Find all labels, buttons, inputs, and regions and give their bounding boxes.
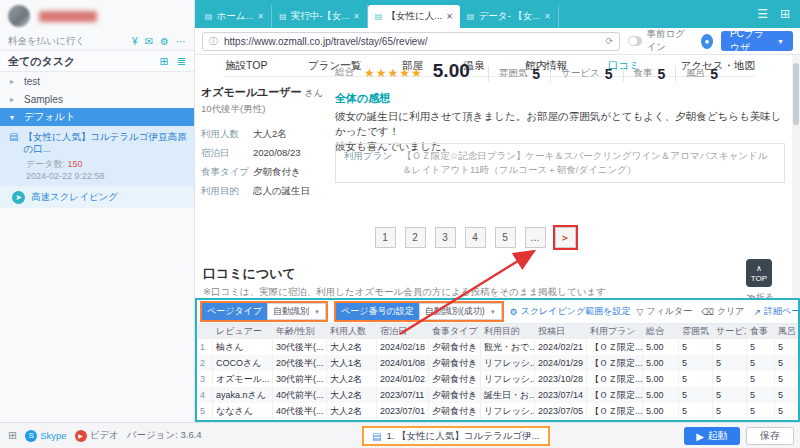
table-cell[interactable]: 大人1名 (327, 355, 377, 371)
column-header[interactable]: レビュアー (213, 324, 273, 339)
table-cell[interactable]: 【ＯＺ限定... (587, 403, 643, 419)
data-count-value[interactable]: 150 (67, 159, 82, 169)
close-icon[interactable]: ✕ (446, 12, 453, 21)
column-header[interactable]: 利用プラン (587, 324, 643, 339)
table-cell[interactable]: 2023/07/14 (535, 387, 587, 403)
table-cell[interactable]: 5.00 (643, 339, 679, 355)
pagination-next-button[interactable]: ＞ (555, 227, 576, 248)
browser-tab[interactable]: ▤データ- 【女...✕ (460, 5, 559, 28)
user-avatar[interactable] (8, 5, 30, 27)
table-cell[interactable]: 5 (679, 403, 713, 419)
table-cell[interactable]: 5 (747, 371, 775, 387)
config-action-button[interactable]: ⌫クリア (701, 305, 744, 318)
table-cell[interactable]: オズモール... (213, 371, 273, 387)
table-cell[interactable]: リフレッシ... (481, 355, 535, 371)
table-cell[interactable]: 柚さん (213, 339, 273, 355)
column-header[interactable]: 利用目的 (481, 324, 535, 339)
table-cell[interactable]: 5 (713, 371, 747, 387)
table-cell[interactable]: 夕朝食付き (429, 339, 481, 355)
table-cell[interactable]: 誕生日・お... (481, 387, 535, 403)
table-cell[interactable]: 【ＯＺ限定... (587, 339, 643, 355)
table-cell[interactable]: 5 (713, 339, 747, 355)
skype-link[interactable]: S Skype (25, 430, 66, 442)
mail-icon[interactable]: ✉ (145, 36, 153, 47)
refresh-icon[interactable]: ⟳ (605, 36, 613, 46)
browser-scrollbar[interactable] (792, 55, 800, 298)
pagination-button[interactable]: 5 (495, 227, 516, 248)
table-cell[interactable]: 2024/01/08 (377, 355, 429, 371)
payment-icon[interactable]: ¥ (132, 36, 138, 47)
table-row[interactable]: 5ななさん40代後半(...大人2名2023/07/01夕朝食付きリフレッシ..… (197, 403, 798, 419)
table-cell[interactable]: 5 (775, 355, 798, 371)
column-header[interactable]: 利用人数 (327, 324, 377, 339)
table-cell[interactable]: 5 (775, 387, 798, 403)
table-cell[interactable]: 夕朝食付き (429, 403, 481, 419)
table-cell[interactable]: 40代前半(... (273, 387, 327, 403)
browser-tab[interactable]: ▤【女性に人...✕ (368, 5, 460, 28)
pagination-button[interactable]: 2 (405, 227, 426, 248)
hamburger-menu-icon[interactable]: ☰ (757, 7, 768, 21)
table-cell[interactable]: 5 (747, 387, 775, 403)
config-action-button[interactable]: ▽フィルター (636, 305, 692, 318)
task-title[interactable]: 【女性に人気】コルテラルゴ伊豆高原の口... (23, 131, 188, 155)
table-cell[interactable]: 【ＯＺ限定... (587, 355, 643, 371)
page-number-select[interactable]: 自動識別(成功) ▼ (419, 303, 502, 320)
pagination-button[interactable]: … (525, 227, 546, 248)
table-cell[interactable]: 5.00 (643, 355, 679, 371)
pagination-button[interactable]: 1 (375, 227, 396, 248)
config-action-button[interactable]: ↗詳細ページに行く (754, 305, 798, 318)
launch-button[interactable]: ▶ 起動 (684, 427, 740, 445)
table-cell[interactable]: 2023/07/11 (377, 387, 429, 403)
speed-scraping-label[interactable]: 高速スクレイピング (31, 191, 118, 204)
column-header[interactable]: サービス (713, 324, 747, 339)
pagination-button[interactable]: 3 (435, 227, 456, 248)
more-icon[interactable]: ⋯ (176, 36, 186, 47)
table-cell[interactable]: COCOさん (213, 355, 273, 371)
table-cell[interactable]: 30代後半(... (273, 339, 327, 355)
task-group-item[interactable]: ▸test (0, 72, 194, 90)
table-cell[interactable]: 20代後半(... (273, 355, 327, 371)
task-group-item[interactable]: ▸Samples (0, 90, 194, 108)
pagination-button[interactable]: 4 (465, 227, 486, 248)
table-cell[interactable]: 5 (747, 339, 775, 355)
table-cell[interactable]: 2024/02/18 (377, 339, 429, 355)
column-header[interactable]: 風呂 (775, 324, 798, 339)
table-cell[interactable]: 大人2名 (327, 339, 377, 355)
table-cell[interactable]: 5 (679, 339, 713, 355)
table-row[interactable]: 1柚さん30代後半(...大人2名2024/02/18夕朝食付き観光・おで...… (197, 339, 798, 355)
apps-grid-icon[interactable]: ⊞ (780, 7, 790, 21)
prelogin-toggle[interactable] (628, 36, 642, 46)
table-cell[interactable]: 大人2名 (327, 387, 377, 403)
table-cell[interactable]: 2024/01/29 (535, 355, 587, 371)
table-cell[interactable]: 2024/02/21 (535, 339, 587, 355)
browser-tab[interactable]: ▤実行中-【女...✕ (272, 5, 368, 28)
table-cell[interactable]: 観光・おで... (481, 339, 535, 355)
pc-browser-dropdown[interactable]: PCブラウザ ▼ (721, 31, 793, 51)
table-cell[interactable]: 5.00 (643, 403, 679, 419)
fold-panel-link[interactable]: ≫折る (746, 291, 774, 298)
page-type-select[interactable]: 自動識別 ▼ (267, 303, 326, 320)
url-text[interactable]: https://www.ozmall.co.jp/travel/stay/65/… (224, 36, 599, 47)
settings-icon[interactable]: ⚙ (160, 36, 169, 47)
table-cell[interactable]: ななさん (213, 403, 273, 419)
table-cell[interactable]: 5 (775, 339, 798, 355)
account-avatar-icon[interactable]: ● (701, 34, 713, 49)
column-header[interactable]: 総合 (643, 324, 679, 339)
column-header[interactable]: 宿泊日 (377, 324, 429, 339)
column-header[interactable]: 投稿日 (535, 324, 587, 339)
table-cell[interactable]: 【ＯＺ限定... (587, 387, 643, 403)
table-cell[interactable]: 5 (747, 355, 775, 371)
table-cell[interactable]: 5.00 (643, 371, 679, 387)
column-header[interactable]: 食事 (747, 324, 775, 339)
table-cell[interactable]: 5 (679, 387, 713, 403)
close-icon[interactable]: ✕ (353, 12, 360, 21)
set-scrape-range-link[interactable]: ⚙ スクレイピング範囲を設定 (510, 305, 631, 318)
column-header[interactable]: 雰囲気 (679, 324, 713, 339)
task-card[interactable]: ▤ 【女性に人気】コルテラルゴ伊豆高原の口... データ数: 150 2024-… (0, 126, 194, 186)
url-input[interactable]: ⓘ https://www.ozmall.co.jp/travel/stay/6… (202, 32, 620, 51)
sort-icon[interactable]: ≣ (177, 55, 186, 68)
table-cell[interactable]: ayaka.nさん (213, 387, 273, 403)
video-link[interactable]: ▶ ビデオ (75, 429, 119, 442)
table-cell[interactable]: リフレッシ... (481, 403, 535, 419)
table-cell[interactable]: 5 (679, 355, 713, 371)
